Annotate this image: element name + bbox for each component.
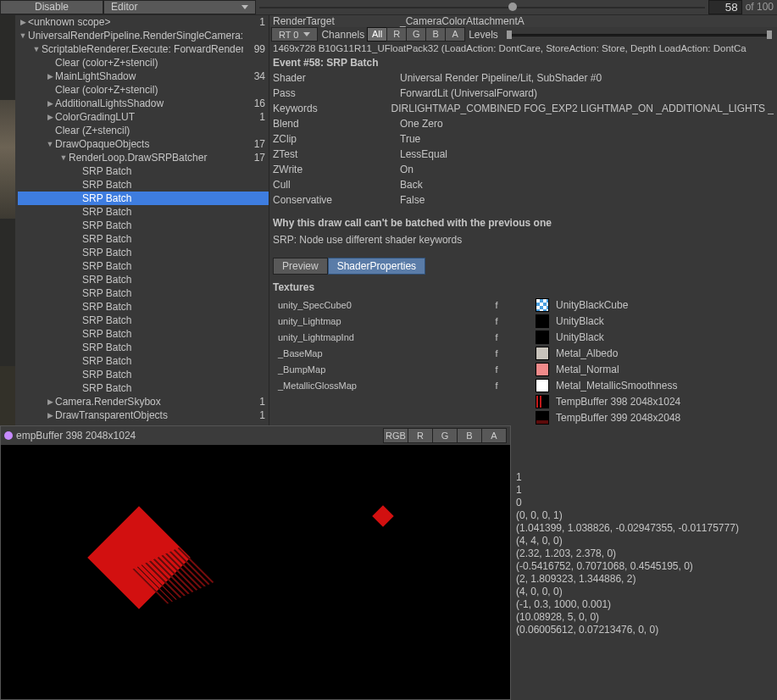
viewer-channel-b-button[interactable]: B [457, 428, 482, 443]
tab-bar: Preview ShaderProperties [269, 254, 777, 278]
texture-swatch [536, 331, 549, 344]
texture-name: UnityBlack [556, 331, 604, 343]
tree-row[interactable]: ▼DrawOpaqueObjects17 [18, 137, 269, 151]
event-tree[interactable]: ▶<unknown scope>1▼UniversalRenderPipelin… [18, 15, 269, 422]
texture-row[interactable]: _BumpMapfMetal_Normal [269, 361, 777, 377]
texture-swatch [536, 314, 549, 328]
tree-row[interactable]: SRP Batch [18, 354, 269, 368]
constant-value: (4, 0, 0, 0) [513, 586, 777, 598]
tab-preview[interactable]: Preview [273, 258, 328, 275]
disable-button[interactable]: Disable [0, 0, 103, 14]
channel-r-button[interactable]: R [386, 27, 407, 42]
property-key: Keywords [273, 103, 391, 114]
tree-row[interactable]: ▼UniversalRenderPipeline.RenderSingleCam… [18, 29, 269, 42]
texture-name: UnityBlack [556, 315, 604, 327]
tree-row[interactable]: SRP Batch [18, 314, 269, 327]
texture-row[interactable]: unity_LightmapIndfUnityBlack [269, 329, 777, 345]
foldout-icon[interactable]: ▶ [45, 99, 55, 108]
tree-row[interactable]: ▼ScriptableRenderer.Execute: ForwardRend… [18, 42, 269, 56]
foldout-icon[interactable]: ▶ [18, 18, 28, 26]
texture-type: f [488, 348, 505, 358]
property-key: ZTest [273, 148, 400, 160]
tree-label: RenderLoop.DrawSRPBatcher [69, 152, 243, 164]
tree-row[interactable]: ▶<unknown scope>1 [18, 15, 269, 29]
tree-count: 1 [243, 16, 265, 28]
mesh-shape-small [372, 505, 393, 526]
tree-row[interactable]: SRP Batch [18, 232, 269, 246]
event-slider[interactable] [259, 0, 705, 14]
tree-row[interactable]: SRP Batch [18, 246, 269, 259]
mode-dropdown[interactable]: Editor [103, 0, 256, 14]
tree-row[interactable]: ▶ColorGradingLUT1 [18, 110, 269, 124]
tree-row[interactable]: SRP Batch [18, 300, 269, 314]
tree-row[interactable]: ▶MainLightShadow34 [18, 69, 269, 83]
tree-label: SRP Batch [82, 206, 243, 218]
viewer-channel-r-button[interactable]: R [408, 428, 433, 443]
texture-row[interactable]: TempBuffer 398 2048x1024 [269, 393, 777, 409]
texture-viewer: empBuffer 398 2048x1024 RGBRGBA [0, 425, 511, 700]
tree-row[interactable]: SRP Batch [18, 286, 269, 300]
property-row: ZTestLessEqual [269, 147, 777, 162]
levels-slider[interactable] [507, 30, 772, 40]
foldout-icon[interactable]: ▼ [58, 153, 69, 162]
texture-swatch [536, 379, 549, 392]
property-value: On [400, 164, 413, 175]
tree-row[interactable]: Clear (Z+stencil) [18, 124, 269, 137]
tree-label: UniversalRenderPipeline.RenderSingleCame… [28, 30, 243, 42]
tree-label: SRP Batch [82, 382, 243, 394]
viewer-channel-buttons: RGBRGBA [384, 428, 507, 443]
channel-b-button[interactable]: B [425, 27, 446, 42]
viewer-canvas[interactable] [1, 445, 510, 699]
texture-row[interactable]: TempBuffer 399 2048x2048 [269, 409, 777, 425]
foldout-icon[interactable]: ▶ [45, 397, 55, 406]
tree-row[interactable]: SRP Batch [18, 164, 269, 178]
channel-g-button[interactable]: G [406, 27, 426, 42]
texture-row[interactable]: unity_SpecCube0fUnityBlackCube [269, 297, 777, 313]
tree-row[interactable]: SRP Batch [18, 381, 269, 395]
tree-row[interactable]: ▶AdditionalLightsShadow16 [18, 97, 269, 110]
tree-label: SRP Batch [82, 233, 243, 245]
tree-row[interactable]: SRP Batch [18, 259, 269, 273]
viewer-channel-g-button[interactable]: G [432, 428, 458, 443]
tree-label: SRP Batch [82, 274, 243, 286]
tree-row[interactable]: SRP Batch [18, 341, 269, 354]
tree-row[interactable]: SRP Batch [18, 368, 269, 381]
rt-index-dropdown[interactable]: RT 0 [271, 27, 318, 42]
tree-label: SRP Batch [82, 165, 243, 177]
foldout-icon[interactable]: ▼ [31, 45, 42, 53]
tree-row[interactable]: ▶DrawTransparentObjects1 [18, 408, 269, 422]
foldout-icon[interactable]: ▼ [18, 31, 28, 40]
tree-row[interactable]: ▼RenderLoop.DrawSRPBatcher17 [18, 151, 269, 164]
constant-value: 0 [513, 497, 777, 509]
texture-row[interactable]: unity_LightmapfUnityBlack [269, 313, 777, 329]
tree-label: SRP Batch [82, 355, 243, 367]
event-number-input[interactable] [708, 0, 742, 14]
tree-label: SRP Batch [82, 247, 243, 258]
tree-row[interactable]: SRP Batch [18, 205, 269, 219]
tree-row[interactable]: Clear (color+Z+stencil) [18, 56, 269, 69]
tree-row[interactable]: Clear (color+Z+stencil) [18, 83, 269, 97]
constant-value: (-1, 0.3, 1000, 0.001) [513, 598, 777, 611]
viewer-channel-a-button[interactable]: A [481, 428, 507, 443]
foldout-icon[interactable]: ▶ [45, 72, 55, 81]
tree-count: 1 [243, 111, 265, 123]
texture-row[interactable]: _MetallicGlossMapfMetal_MetallicSmoothne… [269, 377, 777, 393]
foldout-icon[interactable]: ▶ [45, 411, 55, 419]
foldout-icon[interactable]: ▶ [45, 113, 55, 121]
tree-row[interactable]: SRP Batch [18, 273, 269, 286]
channel-a-button[interactable]: A [445, 27, 465, 42]
tab-shaderproperties[interactable]: ShaderProperties [328, 258, 425, 275]
foldout-icon[interactable]: ▼ [45, 140, 55, 148]
viewer-channel-rgb-button[interactable]: RGB [383, 428, 408, 443]
channel-all-button[interactable]: All [367, 27, 387, 42]
property-key: Conservative [273, 194, 400, 206]
constant-value: (1.041399, 1.038826, -0.02947355, -0.011… [513, 522, 777, 535]
tree-row[interactable]: SRP Batch [18, 327, 269, 341]
texture-row[interactable]: _BaseMapfMetal_Albedo [269, 345, 777, 361]
texture-type: f [488, 364, 505, 375]
tree-row[interactable]: SRP Batch [18, 192, 269, 205]
tree-row[interactable]: ▶Camera.RenderSkybox1 [18, 395, 269, 408]
tree-row[interactable]: SRP Batch [18, 178, 269, 192]
texture-type: f [488, 300, 505, 310]
tree-row[interactable]: SRP Batch [18, 219, 269, 232]
